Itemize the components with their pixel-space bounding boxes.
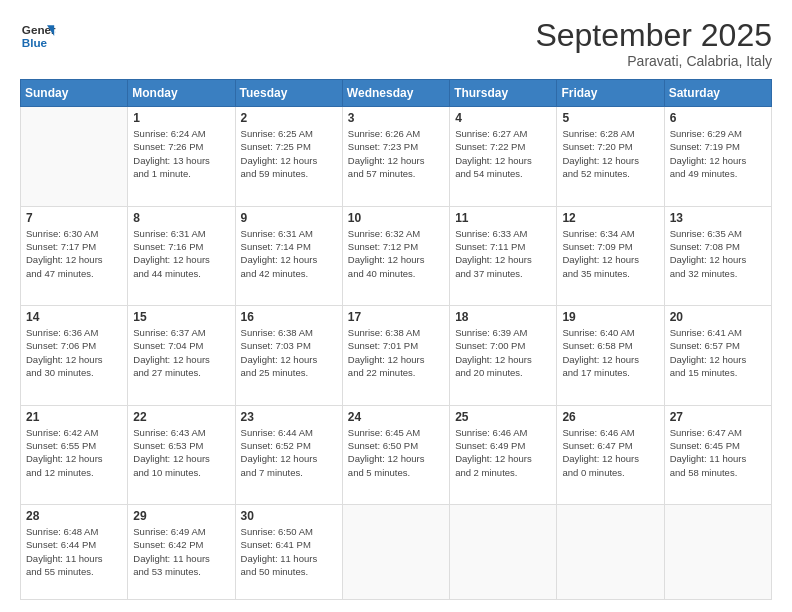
day-info: Sunrise: 6:40 AMSunset: 6:58 PMDaylight:…: [562, 326, 658, 379]
day-number: 29: [133, 509, 229, 523]
day-info: Sunrise: 6:36 AMSunset: 7:06 PMDaylight:…: [26, 326, 122, 379]
table-row: 1Sunrise: 6:24 AMSunset: 7:26 PMDaylight…: [128, 107, 235, 206]
logo-icon: General Blue: [20, 18, 56, 54]
day-number: 7: [26, 211, 122, 225]
day-info: Sunrise: 6:38 AMSunset: 7:03 PMDaylight:…: [241, 326, 337, 379]
day-info: Sunrise: 6:44 AMSunset: 6:52 PMDaylight:…: [241, 426, 337, 479]
day-info: Sunrise: 6:31 AMSunset: 7:14 PMDaylight:…: [241, 227, 337, 280]
day-number: 17: [348, 310, 444, 324]
day-number: 25: [455, 410, 551, 424]
day-number: 22: [133, 410, 229, 424]
logo: General Blue: [20, 18, 56, 54]
table-row: 6Sunrise: 6:29 AMSunset: 7:19 PMDaylight…: [664, 107, 771, 206]
table-row: 15Sunrise: 6:37 AMSunset: 7:04 PMDayligh…: [128, 306, 235, 405]
day-number: 26: [562, 410, 658, 424]
day-info: Sunrise: 6:33 AMSunset: 7:11 PMDaylight:…: [455, 227, 551, 280]
table-row: 14Sunrise: 6:36 AMSunset: 7:06 PMDayligh…: [21, 306, 128, 405]
day-number: 30: [241, 509, 337, 523]
header-row: Sunday Monday Tuesday Wednesday Thursday…: [21, 80, 772, 107]
table-row: 7Sunrise: 6:30 AMSunset: 7:17 PMDaylight…: [21, 206, 128, 305]
table-row: 3Sunrise: 6:26 AMSunset: 7:23 PMDaylight…: [342, 107, 449, 206]
day-info: Sunrise: 6:45 AMSunset: 6:50 PMDaylight:…: [348, 426, 444, 479]
table-row: 18Sunrise: 6:39 AMSunset: 7:00 PMDayligh…: [450, 306, 557, 405]
day-info: Sunrise: 6:24 AMSunset: 7:26 PMDaylight:…: [133, 127, 229, 180]
table-row: 4Sunrise: 6:27 AMSunset: 7:22 PMDaylight…: [450, 107, 557, 206]
day-info: Sunrise: 6:25 AMSunset: 7:25 PMDaylight:…: [241, 127, 337, 180]
table-row: [664, 505, 771, 600]
col-tuesday: Tuesday: [235, 80, 342, 107]
day-number: 11: [455, 211, 551, 225]
svg-text:Blue: Blue: [22, 36, 48, 49]
day-number: 6: [670, 111, 766, 125]
table-row: 5Sunrise: 6:28 AMSunset: 7:20 PMDaylight…: [557, 107, 664, 206]
subtitle: Paravati, Calabria, Italy: [535, 53, 772, 69]
header: General Blue September 2025 Paravati, Ca…: [20, 18, 772, 69]
day-number: 23: [241, 410, 337, 424]
table-row: 13Sunrise: 6:35 AMSunset: 7:08 PMDayligh…: [664, 206, 771, 305]
day-info: Sunrise: 6:38 AMSunset: 7:01 PMDaylight:…: [348, 326, 444, 379]
table-row: [557, 505, 664, 600]
table-row: 16Sunrise: 6:38 AMSunset: 7:03 PMDayligh…: [235, 306, 342, 405]
day-number: 24: [348, 410, 444, 424]
day-info: Sunrise: 6:30 AMSunset: 7:17 PMDaylight:…: [26, 227, 122, 280]
day-number: 28: [26, 509, 122, 523]
table-row: 28Sunrise: 6:48 AMSunset: 6:44 PMDayligh…: [21, 505, 128, 600]
table-row: 11Sunrise: 6:33 AMSunset: 7:11 PMDayligh…: [450, 206, 557, 305]
day-info: Sunrise: 6:41 AMSunset: 6:57 PMDaylight:…: [670, 326, 766, 379]
col-saturday: Saturday: [664, 80, 771, 107]
col-monday: Monday: [128, 80, 235, 107]
table-row: 10Sunrise: 6:32 AMSunset: 7:12 PMDayligh…: [342, 206, 449, 305]
day-number: 3: [348, 111, 444, 125]
day-number: 16: [241, 310, 337, 324]
col-thursday: Thursday: [450, 80, 557, 107]
day-info: Sunrise: 6:50 AMSunset: 6:41 PMDaylight:…: [241, 525, 337, 578]
day-number: 19: [562, 310, 658, 324]
day-info: Sunrise: 6:43 AMSunset: 6:53 PMDaylight:…: [133, 426, 229, 479]
day-info: Sunrise: 6:39 AMSunset: 7:00 PMDaylight:…: [455, 326, 551, 379]
page: General Blue September 2025 Paravati, Ca…: [0, 0, 792, 612]
table-row: 30Sunrise: 6:50 AMSunset: 6:41 PMDayligh…: [235, 505, 342, 600]
day-info: Sunrise: 6:27 AMSunset: 7:22 PMDaylight:…: [455, 127, 551, 180]
day-number: 15: [133, 310, 229, 324]
day-info: Sunrise: 6:31 AMSunset: 7:16 PMDaylight:…: [133, 227, 229, 280]
table-row: 22Sunrise: 6:43 AMSunset: 6:53 PMDayligh…: [128, 405, 235, 504]
table-row: [342, 505, 449, 600]
day-info: Sunrise: 6:47 AMSunset: 6:45 PMDaylight:…: [670, 426, 766, 479]
day-info: Sunrise: 6:29 AMSunset: 7:19 PMDaylight:…: [670, 127, 766, 180]
day-info: Sunrise: 6:32 AMSunset: 7:12 PMDaylight:…: [348, 227, 444, 280]
day-number: 5: [562, 111, 658, 125]
day-number: 9: [241, 211, 337, 225]
table-row: 12Sunrise: 6:34 AMSunset: 7:09 PMDayligh…: [557, 206, 664, 305]
table-row: 27Sunrise: 6:47 AMSunset: 6:45 PMDayligh…: [664, 405, 771, 504]
day-info: Sunrise: 6:26 AMSunset: 7:23 PMDaylight:…: [348, 127, 444, 180]
day-info: Sunrise: 6:34 AMSunset: 7:09 PMDaylight:…: [562, 227, 658, 280]
day-number: 13: [670, 211, 766, 225]
col-wednesday: Wednesday: [342, 80, 449, 107]
col-friday: Friday: [557, 80, 664, 107]
day-number: 14: [26, 310, 122, 324]
day-number: 4: [455, 111, 551, 125]
day-info: Sunrise: 6:37 AMSunset: 7:04 PMDaylight:…: [133, 326, 229, 379]
table-row: 9Sunrise: 6:31 AMSunset: 7:14 PMDaylight…: [235, 206, 342, 305]
day-number: 8: [133, 211, 229, 225]
table-row: 8Sunrise: 6:31 AMSunset: 7:16 PMDaylight…: [128, 206, 235, 305]
table-row: 19Sunrise: 6:40 AMSunset: 6:58 PMDayligh…: [557, 306, 664, 405]
table-row: 29Sunrise: 6:49 AMSunset: 6:42 PMDayligh…: [128, 505, 235, 600]
table-row: 17Sunrise: 6:38 AMSunset: 7:01 PMDayligh…: [342, 306, 449, 405]
table-row: 25Sunrise: 6:46 AMSunset: 6:49 PMDayligh…: [450, 405, 557, 504]
day-number: 20: [670, 310, 766, 324]
day-info: Sunrise: 6:46 AMSunset: 6:47 PMDaylight:…: [562, 426, 658, 479]
day-info: Sunrise: 6:28 AMSunset: 7:20 PMDaylight:…: [562, 127, 658, 180]
day-number: 21: [26, 410, 122, 424]
main-title: September 2025: [535, 18, 772, 53]
day-info: Sunrise: 6:48 AMSunset: 6:44 PMDaylight:…: [26, 525, 122, 578]
table-row: 23Sunrise: 6:44 AMSunset: 6:52 PMDayligh…: [235, 405, 342, 504]
col-sunday: Sunday: [21, 80, 128, 107]
day-number: 10: [348, 211, 444, 225]
day-info: Sunrise: 6:35 AMSunset: 7:08 PMDaylight:…: [670, 227, 766, 280]
day-info: Sunrise: 6:42 AMSunset: 6:55 PMDaylight:…: [26, 426, 122, 479]
day-info: Sunrise: 6:46 AMSunset: 6:49 PMDaylight:…: [455, 426, 551, 479]
day-number: 1: [133, 111, 229, 125]
table-row: 2Sunrise: 6:25 AMSunset: 7:25 PMDaylight…: [235, 107, 342, 206]
title-block: September 2025 Paravati, Calabria, Italy: [535, 18, 772, 69]
